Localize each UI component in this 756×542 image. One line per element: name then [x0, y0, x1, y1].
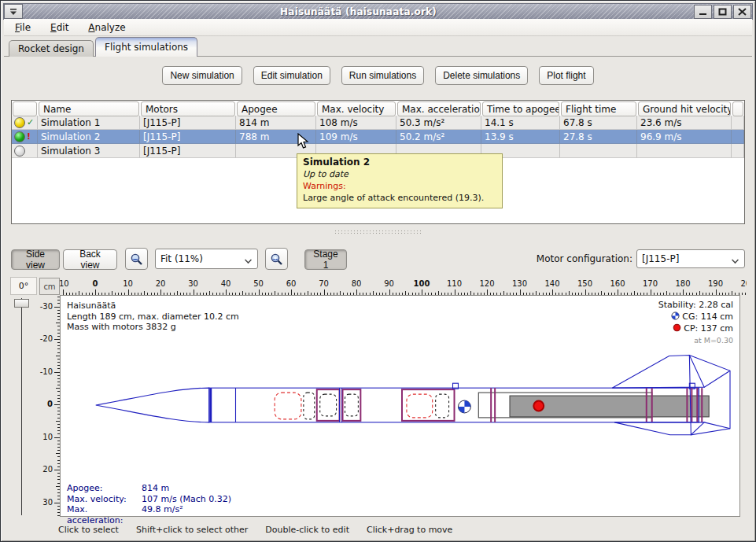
delete-simulations-button[interactable]: Delete simulations: [435, 66, 528, 85]
column-header-status[interactable]: [12, 101, 38, 116]
maximize-button[interactable]: [714, 5, 732, 19]
zoom-level-select[interactable]: Fit (11%): [155, 249, 258, 269]
ruler-label: 170: [639, 279, 662, 288]
ruler-tick: [585, 289, 586, 295]
motor-configuration-value: [J115-P]: [642, 253, 679, 264]
hint-shift-click: Shift+click to select other: [136, 525, 248, 535]
ruler-tick: [95, 289, 96, 295]
table-header-row: Name Motors Apogee Max. velocity Max. ac…: [12, 101, 744, 116]
status-ball-icon: [14, 146, 25, 157]
ruler-label: -10: [39, 367, 53, 376]
minimize-icon: [699, 8, 707, 16]
window-menu-button[interactable]: [4, 4, 23, 19]
menu-analyze[interactable]: Analyze: [83, 20, 130, 35]
ruler-tick: [54, 470, 60, 470]
column-header-name[interactable]: Name: [38, 101, 140, 116]
ruler-label: 120: [475, 279, 499, 288]
ruler-tick: [455, 289, 455, 295]
ruler-label: 0: [39, 400, 53, 408]
plot-flight-button[interactable]: Plot flight: [539, 66, 593, 85]
split-divider[interactable]: [335, 230, 422, 236]
ruler-tick: [716, 289, 717, 295]
cell-ground-hit-velocity: [637, 144, 732, 158]
ruler-tick: [291, 289, 292, 295]
cell-time-to-apogee: 13.9 s: [481, 130, 560, 144]
run-simulations-button[interactable]: Run simulations: [341, 66, 424, 85]
rocket-diagram[interactable]: [61, 296, 739, 516]
cell-name: Simulation 2: [38, 130, 140, 144]
edit-simulation-button[interactable]: Edit simulation: [253, 66, 330, 85]
chevron-down-icon: [732, 256, 739, 263]
ruler-tick: [487, 289, 488, 295]
zoom-in-button[interactable]: [265, 248, 288, 270]
ruler-tick: [618, 289, 618, 295]
column-header-flight-time[interactable]: Flight time: [560, 101, 637, 116]
simulation-actions: New simulation Edit simulation Run simul…: [1, 66, 755, 85]
menu-file[interactable]: File: [10, 20, 35, 35]
cell-name: Simulation 3: [38, 144, 140, 158]
ruler-label: 140: [540, 279, 564, 288]
hint-click-select: Click to select: [58, 525, 119, 535]
nose-cone[interactable]: [96, 388, 209, 422]
ruler-label: 0: [83, 279, 107, 288]
new-simulation-button[interactable]: New simulation: [162, 66, 242, 85]
cell-max-acceleration: 50.3 m/s²: [396, 116, 481, 130]
ruler-label: -10: [60, 279, 75, 288]
ruler-tick: [54, 339, 60, 340]
rocket-canvas[interactable]: Haisunäätä Length 189 cm, max. diameter …: [60, 295, 740, 517]
rotation-slider-handle[interactable]: [14, 299, 29, 308]
window-buttons: [694, 5, 751, 19]
motor-configuration-select[interactable]: [J115-P]: [636, 249, 745, 268]
tab-rocket-design-label: Rocket design: [18, 43, 84, 54]
side-view-button[interactable]: Side view: [11, 249, 60, 269]
ruler-tick: [389, 289, 390, 295]
ruler-label: 70: [312, 279, 336, 288]
zoom-in-icon: [270, 253, 283, 266]
column-header-time-to-apogee[interactable]: Time to apogee: [481, 101, 560, 116]
close-button[interactable]: [733, 5, 751, 19]
column-header-max-acceleration[interactable]: Max. acceleration: [396, 101, 481, 116]
column-header-max-velocity[interactable]: Max. velocity: [316, 101, 396, 116]
ruler-tick: [226, 289, 227, 295]
ruler-tick: [54, 307, 60, 308]
ruler-tick: [54, 437, 60, 438]
tooltip-status: Up to date: [303, 168, 496, 180]
stage-toggle-button[interactable]: Stage 1: [304, 249, 347, 269]
column-header-apogee[interactable]: Apogee: [236, 101, 316, 116]
cell-flight-time: 27.8 s: [560, 130, 637, 144]
menu-edit[interactable]: Edit: [46, 20, 73, 35]
column-header-ground-hit-velocity[interactable]: Ground hit velocity: [637, 101, 732, 116]
table-row[interactable]: ! Simulation 2 [J115-P] 788 m 109 m/s 50…: [12, 130, 744, 144]
mouse-cursor: [297, 133, 309, 149]
ruler-label: 160: [606, 279, 629, 288]
cell-motors: [J115-P]: [140, 116, 236, 130]
tab-flight-simulations[interactable]: Flight simulations: [95, 37, 197, 57]
zoom-out-button[interactable]: [125, 248, 148, 270]
ruler-tick: [552, 289, 553, 295]
minimize-button[interactable]: [694, 5, 712, 19]
tab-rocket-design[interactable]: Rocket design: [9, 40, 94, 57]
ruler-label: 100: [410, 279, 433, 288]
ruler-tick: [683, 289, 684, 295]
ruler-tick: [651, 289, 651, 295]
ruler-label: 80: [345, 279, 368, 288]
rotation-slider-track[interactable]: [21, 298, 22, 515]
ruler-label: 110: [443, 279, 467, 288]
ruler-tick: [745, 293, 746, 295]
ruler-tick: [742, 293, 743, 295]
table-row[interactable]: ✓ Simulation 1 [J115-P] 814 m 108 m/s 50…: [12, 116, 744, 130]
ruler-label: 90: [378, 279, 401, 288]
ruler-label: 20: [149, 279, 172, 288]
cell-max-acceleration: 50.2 m/s²: [396, 130, 481, 144]
fin-edge: [704, 422, 730, 429]
row-status-cell: [12, 144, 38, 158]
ruler-tick: [324, 289, 325, 295]
back-view-button[interactable]: Back view: [63, 249, 117, 269]
row-status-cell: !: [12, 130, 38, 144]
status-ball-icon: [14, 131, 25, 142]
cell-motors: [J115-P]: [140, 144, 236, 158]
ruler-unit-label: cm: [39, 278, 60, 295]
column-header-motors[interactable]: Motors: [140, 101, 236, 116]
tooltip-title: Simulation 2: [303, 157, 496, 168]
cell-name: Simulation 1: [38, 116, 140, 130]
